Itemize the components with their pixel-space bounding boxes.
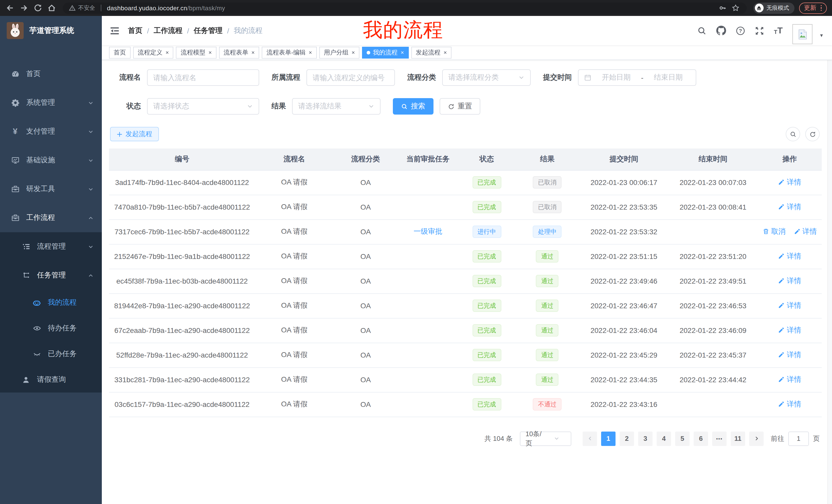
- update-button[interactable]: 更新: [799, 2, 827, 13]
- reset-button[interactable]: 重置: [440, 98, 480, 115]
- status-badge: 已完成: [472, 300, 501, 312]
- breadcrumb-workflow[interactable]: 工作流程: [154, 26, 183, 35]
- submit-time-label: 提交时间: [543, 73, 572, 82]
- close-icon[interactable]: ×: [352, 50, 355, 55]
- close-icon[interactable]: ×: [165, 50, 169, 55]
- status-select[interactable]: 请选择状态: [147, 98, 259, 115]
- fullscreen-icon[interactable]: [755, 26, 764, 35]
- edit-icon: [778, 352, 785, 358]
- next-page-button[interactable]: [749, 431, 763, 446]
- tab-my-process[interactable]: 我的流程×: [362, 47, 409, 58]
- home-icon[interactable]: [47, 3, 56, 12]
- sidebar-item-system[interactable]: 系统管理: [0, 88, 102, 117]
- page-button-1[interactable]: 1: [601, 431, 616, 446]
- detail-link[interactable]: 详情: [778, 202, 801, 212]
- sidebar-item-done-tasks[interactable]: 已办任务: [0, 341, 102, 367]
- sidebar-item-todo-tasks[interactable]: 待办任务: [0, 315, 102, 341]
- sidebar-item-my-process[interactable]: 我的流程: [0, 290, 102, 315]
- detail-link[interactable]: 详情: [778, 375, 801, 384]
- close-icon[interactable]: ×: [252, 50, 255, 55]
- filter-row-2: 状态 请选择状态 结果 请选择流结果 搜索: [109, 98, 822, 115]
- prev-page-button[interactable]: [582, 431, 597, 446]
- app-title: 芋道管理系统: [29, 26, 74, 35]
- browser-menu-icon[interactable]: [821, 5, 822, 11]
- detail-link[interactable]: 详情: [778, 252, 801, 261]
- robot-icon: [32, 298, 41, 307]
- sidebar-logo[interactable]: 芋道管理系统: [0, 16, 102, 45]
- sidebar-item-devtools[interactable]: 研发工具: [0, 175, 102, 203]
- tab-user-group[interactable]: 用户分组×: [319, 47, 360, 58]
- current-task-link[interactable]: 一级审批: [413, 227, 442, 235]
- breadcrumb-home[interactable]: 首页: [128, 26, 142, 35]
- sidebar-item-home[interactable]: 首页: [0, 60, 102, 88]
- detail-link[interactable]: 详情: [778, 301, 801, 310]
- page-size-select[interactable]: 10条/页: [520, 431, 571, 446]
- detail-link[interactable]: 详情: [778, 351, 801, 360]
- page-button-5[interactable]: 5: [675, 431, 690, 446]
- security-chip[interactable]: 不安全: [69, 4, 95, 12]
- start-process-button[interactable]: 发起流程: [110, 127, 159, 141]
- sidebar-item-process-mgmt[interactable]: 流程管理: [0, 232, 102, 261]
- search-button[interactable]: 搜索: [393, 98, 434, 115]
- page-button-4[interactable]: 4: [657, 431, 671, 446]
- page-button-3[interactable]: 3: [638, 431, 653, 446]
- category-select[interactable]: 请选择流程分类: [442, 69, 531, 86]
- breadcrumb-task-mgmt[interactable]: 任务管理: [194, 26, 223, 35]
- sidebar-item-payment[interactable]: ¥ 支付管理: [0, 117, 102, 146]
- edit-icon: [778, 179, 785, 186]
- close-icon[interactable]: ×: [400, 50, 404, 55]
- tab-home[interactable]: 首页: [109, 47, 131, 58]
- avatar-caret-icon[interactable]: ▼: [819, 33, 824, 38]
- back-icon[interactable]: [5, 3, 15, 12]
- result-badge: 处理中: [533, 226, 562, 238]
- tab-process-model[interactable]: 流程模型×: [176, 47, 216, 58]
- scrollbar[interactable]: [827, 16, 832, 504]
- password-key-icon[interactable]: [718, 3, 727, 12]
- page-button-11[interactable]: 11: [731, 431, 745, 446]
- font-size-icon[interactable]: TT: [774, 26, 783, 35]
- help-icon[interactable]: ?: [736, 26, 745, 35]
- detail-link[interactable]: 详情: [778, 276, 801, 286]
- page-button-2[interactable]: 2: [620, 431, 634, 446]
- eye-icon: [32, 324, 41, 332]
- detail-link[interactable]: 详情: [778, 326, 801, 335]
- tab-process-form-edit[interactable]: 流程表单-编辑×: [262, 47, 317, 58]
- sidebar-item-task-mgmt[interactable]: 任务管理: [0, 261, 102, 290]
- name-label: 流程名: [109, 73, 141, 82]
- address-bar[interactable]: 不安全 dashboard.yudao.iocoder.cn/bpm/task/…: [63, 2, 746, 13]
- date-range-picker[interactable]: 开始日期 - 结束日期: [578, 69, 696, 86]
- sidebar-item-infra[interactable]: 基础设施: [0, 146, 102, 175]
- sidebar-item-workflow[interactable]: 工作流程: [0, 203, 102, 232]
- close-icon[interactable]: ×: [309, 50, 312, 55]
- goto-page-input[interactable]: [788, 431, 809, 446]
- detail-link[interactable]: 详情: [778, 400, 801, 409]
- bookmark-star-icon[interactable]: [731, 3, 740, 12]
- tab-process-form[interactable]: 流程表单×: [219, 47, 259, 58]
- show-search-button[interactable]: [786, 127, 800, 141]
- detail-link[interactable]: 详情: [794, 227, 817, 236]
- forward-icon[interactable]: [19, 3, 28, 12]
- more-pages-icon[interactable]: •••: [712, 431, 727, 446]
- tab-process-definition[interactable]: 流程定义×: [133, 47, 174, 58]
- tab-start-process[interactable]: 发起流程×: [411, 47, 451, 58]
- hamburger-icon[interactable]: [109, 25, 120, 36]
- reload-icon[interactable]: [33, 3, 42, 12]
- list-tree-icon: [22, 243, 30, 251]
- result-badge: 通过: [536, 349, 559, 361]
- search-icon[interactable]: [697, 26, 706, 35]
- table-row: 52ffd28e-7b9a-11ec-a290-acde48001122 OA …: [109, 343, 822, 367]
- status-badge: 已完成: [472, 349, 501, 361]
- page-button-6[interactable]: 6: [694, 431, 708, 446]
- close-icon[interactable]: ×: [443, 50, 447, 55]
- close-icon[interactable]: ×: [209, 50, 212, 55]
- refresh-table-button[interactable]: [805, 127, 820, 141]
- avatar[interactable]: [792, 24, 812, 44]
- result-select[interactable]: 请选择流结果: [292, 98, 381, 115]
- github-icon[interactable]: [716, 26, 726, 35]
- cancel-link[interactable]: 取消: [762, 227, 785, 236]
- sidebar-item-leave-query[interactable]: 请假查询: [0, 367, 102, 393]
- process-definition-input[interactable]: [307, 69, 395, 86]
- divider: [101, 5, 101, 11]
- detail-link[interactable]: 详情: [778, 178, 801, 187]
- process-name-input[interactable]: [147, 69, 259, 86]
